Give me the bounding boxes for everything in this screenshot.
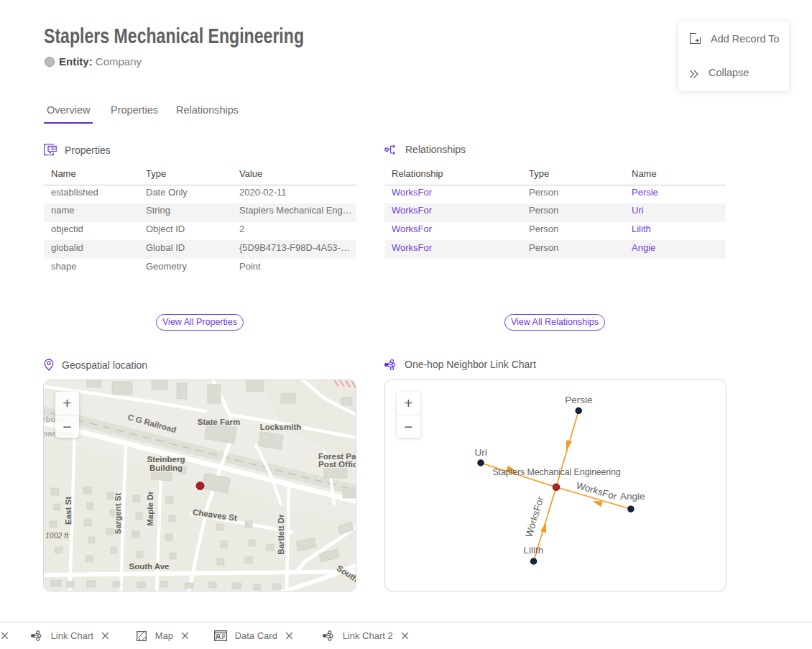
svg-text:Uri: Uri [474, 447, 486, 458]
svg-text:South Ave: South Ave [129, 562, 169, 571]
svg-text:East St: East St [64, 497, 73, 525]
svg-text:Maple Dr: Maple Dr [146, 491, 154, 526]
svg-text:Building: Building [149, 464, 183, 472]
svg-text:State Farm: State Farm [198, 418, 240, 426]
svg-text:Staplers Mechanical Engineerin: Staplers Mechanical Engineering [492, 467, 620, 477]
svg-text:Bartlett Dr: Bartlett Dr [277, 514, 285, 555]
svg-text:Locksmith: Locksmith [260, 423, 302, 431]
svg-text:Post Offic: Post Offic [318, 460, 356, 469]
svg-text:Steinberg: Steinberg [147, 455, 185, 464]
svg-text:Angie: Angie [620, 491, 645, 502]
svg-text:Sargent St: Sargent St [114, 493, 122, 535]
svg-text:Lilith: Lilith [524, 545, 544, 556]
svg-text:1002 ft: 1002 ft [45, 531, 69, 540]
svg-text:Persie: Persie [565, 395, 592, 405]
